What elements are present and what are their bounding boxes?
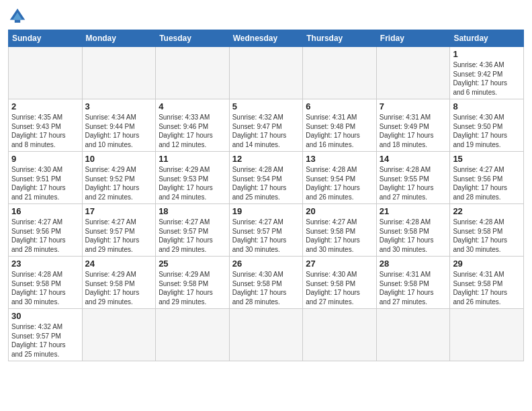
day-info: Sunrise: 4:29 AM Sunset: 9:58 PM Dayligh… bbox=[159, 270, 226, 306]
calendar-cell: 8Sunrise: 4:30 AM Sunset: 9:50 PM Daylig… bbox=[450, 99, 524, 152]
calendar-cell bbox=[303, 47, 377, 99]
calendar-cell: 2Sunrise: 4:35 AM Sunset: 9:43 PM Daylig… bbox=[9, 99, 83, 152]
day-info: Sunrise: 4:31 AM Sunset: 9:58 PM Dayligh… bbox=[453, 270, 521, 306]
header bbox=[8, 7, 524, 26]
day-info: Sunrise: 4:30 AM Sunset: 9:51 PM Dayligh… bbox=[11, 165, 79, 201]
day-number: 17 bbox=[85, 206, 153, 216]
day-number: 15 bbox=[453, 154, 521, 164]
day-number: 4 bbox=[159, 101, 226, 111]
calendar-cell: 11Sunrise: 4:29 AM Sunset: 9:53 PM Dayli… bbox=[156, 152, 230, 204]
calendar-cell bbox=[229, 309, 303, 361]
calendar-cell: 25Sunrise: 4:29 AM Sunset: 9:58 PM Dayli… bbox=[156, 257, 230, 309]
day-info: Sunrise: 4:31 AM Sunset: 9:48 PM Dayligh… bbox=[306, 113, 373, 149]
day-number: 13 bbox=[306, 154, 373, 164]
calendar-cell bbox=[450, 309, 524, 361]
day-number: 16 bbox=[11, 206, 79, 216]
day-number: 18 bbox=[159, 206, 226, 216]
calendar-cell: 6Sunrise: 4:31 AM Sunset: 9:48 PM Daylig… bbox=[303, 99, 377, 152]
calendar-cell: 7Sunrise: 4:31 AM Sunset: 9:49 PM Daylig… bbox=[376, 99, 450, 152]
day-number: 14 bbox=[380, 154, 447, 164]
week-row-3: 16Sunrise: 4:27 AM Sunset: 9:56 PM Dayli… bbox=[9, 204, 524, 257]
week-row-2: 9Sunrise: 4:30 AM Sunset: 9:51 PM Daylig… bbox=[9, 152, 524, 204]
day-info: Sunrise: 4:28 AM Sunset: 9:54 PM Dayligh… bbox=[232, 165, 300, 201]
day-info: Sunrise: 4:30 AM Sunset: 9:58 PM Dayligh… bbox=[232, 270, 300, 306]
day-number: 1 bbox=[453, 49, 521, 59]
calendar-cell: 28Sunrise: 4:31 AM Sunset: 9:58 PM Dayli… bbox=[376, 257, 450, 309]
day-number: 11 bbox=[159, 154, 226, 164]
calendar-cell: 15Sunrise: 4:27 AM Sunset: 9:56 PM Dayli… bbox=[450, 152, 524, 204]
page: SundayMondayTuesdayWednesdayThursdayFrid… bbox=[0, 0, 532, 368]
week-row-4: 23Sunrise: 4:28 AM Sunset: 9:58 PM Dayli… bbox=[9, 257, 524, 309]
day-info: Sunrise: 4:32 AM Sunset: 9:57 PM Dayligh… bbox=[11, 322, 79, 359]
day-number: 8 bbox=[453, 101, 521, 111]
day-info: Sunrise: 4:29 AM Sunset: 9:52 PM Dayligh… bbox=[85, 165, 153, 201]
day-info: Sunrise: 4:28 AM Sunset: 9:54 PM Dayligh… bbox=[306, 165, 373, 201]
calendar-cell: 29Sunrise: 4:31 AM Sunset: 9:58 PM Dayli… bbox=[450, 257, 524, 309]
calendar-cell: 12Sunrise: 4:28 AM Sunset: 9:54 PM Dayli… bbox=[229, 152, 303, 204]
day-number: 26 bbox=[232, 259, 300, 269]
day-info: Sunrise: 4:28 AM Sunset: 9:58 PM Dayligh… bbox=[380, 218, 447, 254]
calendar-cell: 10Sunrise: 4:29 AM Sunset: 9:52 PM Dayli… bbox=[82, 152, 156, 204]
day-number: 21 bbox=[380, 206, 447, 216]
day-number: 3 bbox=[85, 101, 153, 111]
day-number: 6 bbox=[306, 101, 373, 111]
day-info: Sunrise: 4:27 AM Sunset: 9:57 PM Dayligh… bbox=[232, 218, 300, 254]
calendar-cell: 17Sunrise: 4:27 AM Sunset: 9:57 PM Dayli… bbox=[82, 204, 156, 257]
calendar-cell: 5Sunrise: 4:32 AM Sunset: 9:47 PM Daylig… bbox=[229, 99, 303, 152]
day-number: 5 bbox=[232, 101, 300, 111]
day-number: 7 bbox=[380, 101, 447, 111]
day-number: 30 bbox=[11, 311, 79, 321]
calendar-cell: 9Sunrise: 4:30 AM Sunset: 9:51 PM Daylig… bbox=[9, 152, 83, 204]
day-header-tuesday: Tuesday bbox=[156, 30, 230, 47]
day-info: Sunrise: 4:36 AM Sunset: 9:42 PM Dayligh… bbox=[453, 60, 521, 97]
calendar-cell: 30Sunrise: 4:32 AM Sunset: 9:57 PM Dayli… bbox=[9, 309, 83, 361]
week-row-0: 1Sunrise: 4:36 AM Sunset: 9:42 PM Daylig… bbox=[9, 47, 524, 99]
calendar-cell: 21Sunrise: 4:28 AM Sunset: 9:58 PM Dayli… bbox=[376, 204, 450, 257]
calendar-cell bbox=[82, 309, 156, 361]
day-number: 24 bbox=[85, 259, 153, 269]
day-info: Sunrise: 4:34 AM Sunset: 9:44 PM Dayligh… bbox=[85, 113, 153, 149]
calendar-cell: 13Sunrise: 4:28 AM Sunset: 9:54 PM Dayli… bbox=[303, 152, 377, 204]
day-number: 20 bbox=[306, 206, 373, 216]
day-info: Sunrise: 4:28 AM Sunset: 9:58 PM Dayligh… bbox=[453, 218, 521, 254]
week-row-5: 30Sunrise: 4:32 AM Sunset: 9:57 PM Dayli… bbox=[9, 309, 524, 361]
day-info: Sunrise: 4:29 AM Sunset: 9:58 PM Dayligh… bbox=[85, 270, 153, 306]
calendar-cell: 22Sunrise: 4:28 AM Sunset: 9:58 PM Dayli… bbox=[450, 204, 524, 257]
day-info: Sunrise: 4:27 AM Sunset: 9:58 PM Dayligh… bbox=[306, 218, 373, 254]
day-number: 25 bbox=[159, 259, 226, 269]
calendar-cell bbox=[156, 47, 230, 99]
day-header-sunday: Sunday bbox=[9, 30, 83, 47]
day-info: Sunrise: 4:27 AM Sunset: 9:57 PM Dayligh… bbox=[85, 218, 153, 254]
calendar-cell: 23Sunrise: 4:28 AM Sunset: 9:58 PM Dayli… bbox=[9, 257, 83, 309]
calendar-cell bbox=[376, 47, 450, 99]
day-number: 10 bbox=[85, 154, 153, 164]
calendar-cell: 26Sunrise: 4:30 AM Sunset: 9:58 PM Dayli… bbox=[229, 257, 303, 309]
day-info: Sunrise: 4:27 AM Sunset: 9:56 PM Dayligh… bbox=[11, 218, 79, 254]
calendar-cell bbox=[303, 309, 377, 361]
day-header-monday: Monday bbox=[82, 30, 156, 47]
logo-icon bbox=[8, 7, 27, 26]
day-info: Sunrise: 4:29 AM Sunset: 9:53 PM Dayligh… bbox=[159, 165, 226, 201]
day-info: Sunrise: 4:28 AM Sunset: 9:55 PM Dayligh… bbox=[380, 165, 447, 201]
calendar-cell bbox=[376, 309, 450, 361]
logo bbox=[8, 7, 30, 26]
calendar-cell: 27Sunrise: 4:30 AM Sunset: 9:58 PM Dayli… bbox=[303, 257, 377, 309]
calendar-cell: 18Sunrise: 4:27 AM Sunset: 9:57 PM Dayli… bbox=[156, 204, 230, 257]
day-number: 9 bbox=[11, 154, 79, 164]
day-header-friday: Friday bbox=[376, 30, 450, 47]
day-info: Sunrise: 4:30 AM Sunset: 9:58 PM Dayligh… bbox=[306, 270, 373, 306]
day-info: Sunrise: 4:31 AM Sunset: 9:58 PM Dayligh… bbox=[380, 270, 447, 306]
day-info: Sunrise: 4:27 AM Sunset: 9:57 PM Dayligh… bbox=[159, 218, 226, 254]
day-info: Sunrise: 4:35 AM Sunset: 9:43 PM Dayligh… bbox=[11, 113, 79, 149]
calendar-cell: 14Sunrise: 4:28 AM Sunset: 9:55 PM Dayli… bbox=[376, 152, 450, 204]
calendar-cell: 3Sunrise: 4:34 AM Sunset: 9:44 PM Daylig… bbox=[82, 99, 156, 152]
calendar-cell: 24Sunrise: 4:29 AM Sunset: 9:58 PM Dayli… bbox=[82, 257, 156, 309]
calendar-cell: 20Sunrise: 4:27 AM Sunset: 9:58 PM Dayli… bbox=[303, 204, 377, 257]
calendar-cell: 16Sunrise: 4:27 AM Sunset: 9:56 PM Dayli… bbox=[9, 204, 83, 257]
day-header-thursday: Thursday bbox=[303, 30, 377, 47]
day-info: Sunrise: 4:28 AM Sunset: 9:58 PM Dayligh… bbox=[11, 270, 79, 306]
day-info: Sunrise: 4:31 AM Sunset: 9:49 PM Dayligh… bbox=[380, 113, 447, 149]
day-header-saturday: Saturday bbox=[450, 30, 524, 47]
day-header-wednesday: Wednesday bbox=[229, 30, 303, 47]
day-info: Sunrise: 4:32 AM Sunset: 9:47 PM Dayligh… bbox=[232, 113, 300, 149]
